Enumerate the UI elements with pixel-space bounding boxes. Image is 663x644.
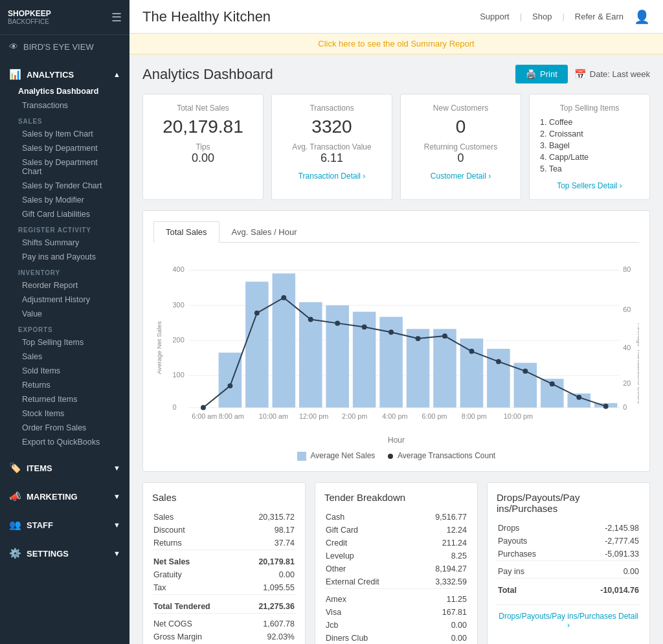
sidebar-item-birds-eye[interactable]: 👁 BIRD'S EYE VIEW xyxy=(0,35,129,58)
bar-1 xyxy=(219,353,242,408)
sidebar-sub-sales: SALES xyxy=(9,113,120,127)
dot-14 xyxy=(576,395,581,400)
sidebar-link-sales-item-chart[interactable]: Sales by Item Chart xyxy=(9,127,120,141)
dot-15 xyxy=(603,404,609,409)
sidebar-sub-register: REGISTER ACTIVITY xyxy=(9,221,120,236)
staff-icon: 👥 xyxy=(9,519,21,531)
table-row: Levelup8.25 xyxy=(324,550,468,562)
chart-tabs: Total Sales Avg. Sales / Hour xyxy=(153,221,639,243)
y-right-40: 40 xyxy=(623,344,631,351)
items-section-header[interactable]: 🏷️ ITEMS ▼ xyxy=(9,458,120,478)
sidebar-link-analytics-dashboard[interactable]: Analytics Dashboard xyxy=(9,84,120,98)
dot-10 xyxy=(469,349,475,354)
marketing-icon: 📣 xyxy=(9,491,21,502)
sidebar-link-sales-tender-chart[interactable]: Sales by Tender Chart xyxy=(9,179,120,193)
shop-link[interactable]: Shop xyxy=(532,12,552,21)
stat-label-top-items: Top Selling Items xyxy=(540,104,639,113)
page-title: Analytics Dashboard xyxy=(142,66,273,83)
tab-total-sales[interactable]: Total Sales xyxy=(153,221,219,243)
drops-detail-link[interactable]: Drops/Payouts/Pay ins/Purchases Detail › xyxy=(497,605,640,630)
tab-avg-sales-hour[interactable]: Avg. Sales / Hour xyxy=(219,221,309,243)
table-row: Other8,194.27 xyxy=(324,562,468,575)
user-icon[interactable]: 👤 xyxy=(634,9,650,25)
sidebar-link-value[interactable]: Value xyxy=(9,307,120,321)
staff-section-header[interactable]: 👥 STAFF ▼ xyxy=(9,515,120,535)
stat-label-transactions: Transactions xyxy=(282,104,381,113)
chevron-down-icon: ▼ xyxy=(113,464,120,472)
table-row: Discount98.17 xyxy=(152,524,296,537)
table-row-bold: Total Tendered21,275.36 xyxy=(152,599,296,614)
table-row: Diners Club0.00 xyxy=(324,632,468,644)
sidebar-link-payins[interactable]: Pay ins and Payouts xyxy=(9,250,120,264)
dot-7 xyxy=(388,329,394,335)
print-button[interactable]: 🖨️ Print xyxy=(515,65,568,83)
chart-card: Total Sales Avg. Sales / Hour 400 300 20… xyxy=(142,210,650,472)
table-row: Payouts-2,777.45 xyxy=(497,535,640,548)
table-row: Amex11.25 xyxy=(324,593,468,606)
sidebar-link-sales-modifier[interactable]: Sales by Modifier xyxy=(9,193,120,207)
table-row: Gratuity0.00 xyxy=(152,568,296,581)
sidebar-link-quickbooks[interactable]: Export to QuickBooks xyxy=(9,435,120,449)
y-right-title: Average Transactions Count xyxy=(636,323,639,403)
stat-value-customers: 0 xyxy=(411,117,510,137)
table-row: Tax1,095.55 xyxy=(152,581,296,595)
sep1: | xyxy=(520,12,522,21)
banner-link[interactable]: Click here to see the old Summary Report xyxy=(318,39,474,49)
support-link[interactable]: Support xyxy=(480,12,510,21)
dot-9 xyxy=(442,333,447,339)
refer-earn-link[interactable]: Refer & Earn xyxy=(575,12,624,21)
dot-3 xyxy=(281,295,286,300)
tender-table-title: Tender Breakdown xyxy=(324,492,468,503)
marketing-section-header[interactable]: 📣 MARKETING ▼ xyxy=(9,487,120,506)
x-label-10pm: 10:00 pm xyxy=(504,412,533,420)
sidebar-link-stock-items[interactable]: Stock Items xyxy=(9,406,120,421)
stats-row: Total Net Sales 20,179.81 Tips 0.00 Tran… xyxy=(142,94,650,200)
chevron-down-icon2: ▼ xyxy=(113,493,120,500)
marketing-label: MARKETING xyxy=(27,492,78,502)
x-label-10am: 10:00 am xyxy=(259,412,288,420)
x-label-4pm: 4:00 pm xyxy=(382,412,407,420)
chart-container: 400 300 200 100 0 80 60 40 20 0 xyxy=(153,252,639,433)
settings-section-header[interactable]: ⚙️ SETTINGS ▼ xyxy=(9,544,120,563)
transaction-detail-link[interactable]: Transaction Detail › xyxy=(282,172,381,181)
sidebar-link-top-selling[interactable]: Top Selling Items xyxy=(9,335,120,350)
sidebar-link-sales-export[interactable]: Sales xyxy=(9,350,120,364)
dot-1 xyxy=(227,383,232,388)
table-row: Net COGS1,607.78 xyxy=(152,617,296,630)
chevron-down-icon3: ▼ xyxy=(113,521,120,529)
sidebar-link-reorder[interactable]: Reorder Report xyxy=(9,278,120,293)
sidebar-link-sales-dept-chart[interactable]: Sales by Department Chart xyxy=(9,155,120,179)
content-area: Click here to see the old Summary Report… xyxy=(129,34,663,644)
legend-line-icon xyxy=(388,454,393,459)
top-item-5: 5. Tea xyxy=(540,163,639,175)
content-inner: Analytics Dashboard 🖨️ Print 📅 Date: Las… xyxy=(129,54,663,644)
page-header-right: 🖨️ Print 📅 Date: Last week xyxy=(515,65,650,83)
page-header: Analytics Dashboard 🖨️ Print 📅 Date: Las… xyxy=(142,65,650,83)
sidebar-section-settings: ⚙️ SETTINGS ▼ xyxy=(0,537,129,566)
legend-line-label: Average Transactions Count xyxy=(398,451,495,460)
sidebar-link-adjustment[interactable]: Adjustment History xyxy=(9,293,120,307)
sidebar-link-sales-department[interactable]: Sales by Department xyxy=(9,141,120,155)
sidebar-link-returns[interactable]: Returns xyxy=(9,378,120,392)
sidebar-link-shifts[interactable]: Shifts Summary xyxy=(9,236,120,250)
table-row: Credit211.24 xyxy=(324,537,468,550)
table-row-bold: Net Sales20,179.81 xyxy=(152,554,296,568)
sidebar-link-sold-items[interactable]: Sold Items xyxy=(9,364,120,378)
table-row: Cash9,516.77 xyxy=(324,511,468,524)
topbar: The Healthy Kitchen Support | Shop | Ref… xyxy=(129,0,663,34)
sidebar-sub-inventory: INVENTORY xyxy=(9,264,120,278)
sidebar-link-gift-card[interactable]: Gift Card Liabilities xyxy=(9,207,120,221)
sep2: | xyxy=(562,12,564,21)
sidebar-link-order-from-sales[interactable]: Order From Sales xyxy=(9,421,120,435)
banner[interactable]: Click here to see the old Summary Report xyxy=(129,34,663,54)
table-row: Gift Card12.24 xyxy=(324,524,468,537)
analytics-section-header[interactable]: 📊 ANALYTICS ▲ xyxy=(9,65,120,84)
hamburger-icon[interactable]: ☰ xyxy=(111,10,122,25)
sidebar-link-transactions[interactable]: Transactions xyxy=(9,98,120,113)
customer-detail-link[interactable]: Customer Detail › xyxy=(411,172,510,181)
sidebar-sub-exports: EXPORTS xyxy=(9,321,120,335)
table-row: Returns37.74 xyxy=(152,537,296,550)
top-sellers-detail-link[interactable]: Top Sellers Detail › xyxy=(540,181,639,190)
table-row: External Credit3,332.59 xyxy=(324,575,468,589)
sidebar-link-returned-items[interactable]: Returned Items xyxy=(9,392,120,406)
